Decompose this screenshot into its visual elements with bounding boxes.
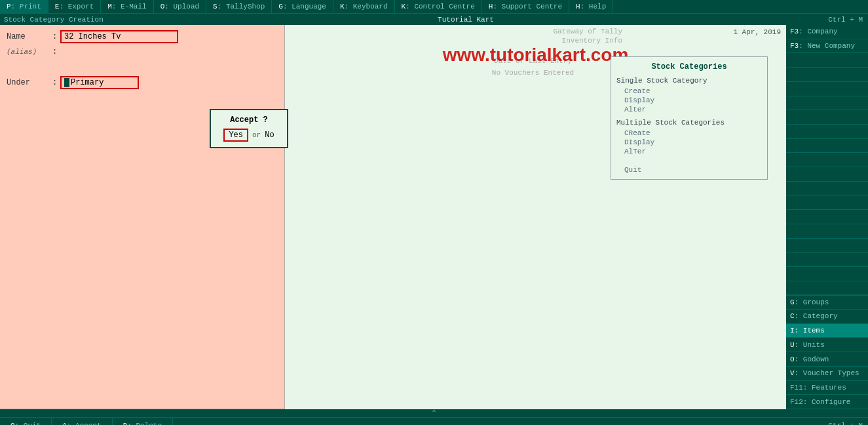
groups-label: G: Groups	[790, 298, 829, 306]
app-title: Tutorial Kart	[104, 16, 828, 24]
gateway-label: Gateway of Tally	[553, 28, 622, 35]
name-input[interactable]: 32 Inches Tv	[60, 30, 178, 43]
accept-options: Yes or No	[221, 129, 276, 142]
menu-email[interactable]: M : E-Mail	[101, 0, 153, 13]
items-label: I: Items	[790, 327, 825, 334]
content-section: www.tutorialkart.com 1 Apr, 2019 Date of…	[285, 25, 786, 409]
delete-key: D	[123, 422, 128, 426]
yes-button[interactable]: Yes	[223, 129, 248, 142]
stock-categories-title: Stock Categories	[616, 62, 762, 71]
single-alter[interactable]: Alter	[616, 106, 762, 113]
stock-categories-panel: Stock Categories Single Stock Category C…	[611, 56, 768, 180]
no-button[interactable]: No	[265, 131, 274, 140]
language-key: G	[278, 3, 283, 10]
sidebar-voucher-types[interactable]: V: Voucher Types	[786, 367, 868, 381]
name-label: Name	[7, 32, 52, 41]
menu-print[interactable]: P : Print	[0, 0, 48, 13]
under-row: Under : | Primary	[7, 76, 278, 89]
f3-company-label: F3: Company	[790, 28, 838, 35]
sidebar-empty-13	[786, 224, 868, 239]
sidebar-f3-new-company[interactable]: F3: New Company	[786, 39, 868, 54]
name-colon: :	[52, 32, 60, 41]
email-key: M	[107, 3, 112, 10]
multiple-alter[interactable]: AlTer	[616, 148, 762, 155]
sidebar-empty-1	[786, 53, 868, 68]
sidebar-empty-12	[786, 210, 868, 224]
quit-button[interactable]: Q : Quit	[0, 418, 52, 425]
sidebar-empty-15	[786, 253, 868, 267]
section-title: Stock Category Creation	[0, 16, 104, 24]
email-label: : E-Mail	[112, 3, 147, 10]
sidebar-empty-7	[786, 139, 868, 153]
sidebar-category[interactable]: C: Category	[786, 310, 868, 324]
bottom-bar: Q : Quit A : Accept D : Delete Ctrl + N	[0, 417, 868, 425]
multiple-display[interactable]: DIsplay	[616, 138, 762, 146]
accept-dialog: Accept ? Yes or No	[210, 109, 288, 148]
sidebar-godown[interactable]: O: Godown	[786, 352, 868, 367]
single-display[interactable]: Display	[616, 96, 762, 104]
alias-row: (alias) :	[7, 47, 278, 56]
tallyshop-key: S	[213, 3, 217, 10]
sidebar-empty-17	[786, 281, 868, 296]
watermark: www.tutorialkart.com	[443, 45, 629, 66]
left-panel: Name : 32 Inches Tv (alias) :	[0, 25, 786, 409]
menu-support[interactable]: H : Support Centre	[482, 0, 569, 13]
under-colon: :	[52, 78, 60, 87]
menu-upload[interactable]: O : Upload	[154, 0, 206, 13]
single-create[interactable]: Create	[616, 87, 762, 95]
menu-keyboard[interactable]: K : Keyboard	[333, 0, 395, 13]
sidebar-empty-9	[786, 167, 868, 182]
sidebar-units[interactable]: U: Units	[786, 338, 868, 352]
sidebar-empty-11	[786, 195, 868, 210]
title-bar: Stock Category Creation Tutorial Kart Ct…	[0, 13, 868, 25]
menu-help[interactable]: H : Help	[569, 0, 613, 13]
sidebar-groups[interactable]: G: Groups	[786, 295, 868, 310]
ctrl-m-label: Ctrl + M	[828, 16, 868, 24]
scroll-indicator: ⌃	[0, 409, 868, 417]
export-key: E	[55, 3, 60, 10]
sidebar-empty-3	[786, 82, 868, 96]
category-label: C: Category	[790, 312, 838, 320]
keyboard-key: K	[340, 3, 345, 10]
menu-control-centre[interactable]: K : Control Centre	[395, 0, 482, 13]
sidebar-f12[interactable]: F12: Configure	[786, 395, 868, 409]
sidebar-empty-10	[786, 182, 868, 196]
control-key: K	[402, 3, 406, 10]
control-label: : Control Centre	[406, 3, 475, 10]
menu-tallyshop[interactable]: S : TallyShop	[206, 0, 272, 13]
f3-new-company-label: F3: New Company	[790, 42, 855, 50]
alias-colon: :	[52, 47, 60, 56]
f12-label: F12: Configure	[790, 398, 850, 406]
date-display: 1 Apr, 2019	[733, 28, 781, 36]
quit-label: : Quit	[15, 422, 41, 426]
alias-label: (alias)	[7, 48, 52, 56]
under-input[interactable]: | Primary	[60, 76, 139, 89]
no-vouchers-label: No Vouchers Entered	[492, 69, 574, 77]
sidebar-f3-company[interactable]: F3: Company	[786, 25, 868, 39]
sidebar-items[interactable]: I: Items	[786, 324, 868, 338]
accept-key: A	[62, 422, 67, 426]
upload-label: : Upload	[164, 3, 199, 10]
voucher-types-label: V: Voucher Types	[790, 369, 859, 377]
quit-key: Q	[10, 422, 15, 426]
tallyshop-label: : TallyShop	[217, 3, 265, 10]
accept-button[interactable]: A : Accept	[52, 418, 112, 425]
print-label: : Print	[11, 3, 41, 10]
quit-option[interactable]: Quit	[616, 166, 762, 174]
upload-key: O	[160, 3, 165, 10]
language-label: : Language	[283, 3, 326, 10]
accept-title: Accept ?	[221, 115, 276, 125]
name-row: Name : 32 Inches Tv	[7, 30, 278, 43]
under-label: Under	[7, 78, 52, 87]
menu-language[interactable]: G : Language	[272, 0, 333, 13]
multiple-create[interactable]: CReate	[616, 129, 762, 137]
sidebar-empty-14	[786, 239, 868, 253]
top-menu-bar: P : Print E : Export M : E-Mail O : Uplo…	[0, 0, 868, 13]
ctrl-n-label: Ctrl + N	[828, 422, 868, 426]
main-area: Name : 32 Inches Tv (alias) :	[0, 25, 868, 409]
form-section: Name : 32 Inches Tv (alias) :	[0, 25, 285, 409]
menu-export[interactable]: E : Export	[48, 0, 101, 13]
delete-button[interactable]: D : Delete	[113, 418, 173, 425]
sidebar-f11[interactable]: F11: Features	[786, 381, 868, 395]
support-label: : Support Centre	[493, 3, 562, 10]
